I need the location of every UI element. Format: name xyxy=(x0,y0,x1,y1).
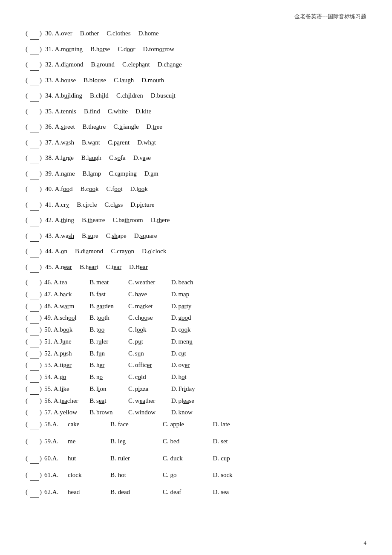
opt-d-label: D. xyxy=(171,348,178,359)
blank xyxy=(30,436,39,447)
blank xyxy=(30,199,39,211)
opt-b: seat xyxy=(96,396,128,406)
opt-d: cook xyxy=(178,324,190,335)
opt-c-label: C. xyxy=(128,301,134,312)
opt-d: menu xyxy=(178,336,192,347)
q-num: 58.A. xyxy=(44,419,68,430)
opt-c: weather xyxy=(135,277,171,288)
paren-close: ) xyxy=(40,90,42,101)
opt-b-label: B. xyxy=(89,277,95,288)
option: C.crayon xyxy=(111,246,134,257)
option: B.around xyxy=(91,59,115,70)
opt-d-label: D. xyxy=(171,312,178,323)
blank xyxy=(30,44,39,55)
q-num: 51. A. xyxy=(44,336,60,347)
opt-a: hut xyxy=(68,453,110,464)
opt-d-label: D. xyxy=(171,289,178,300)
paren: ( xyxy=(26,396,28,406)
q-num: 61.A. xyxy=(44,470,68,480)
option: B.circle xyxy=(77,199,97,211)
option: A.diamond xyxy=(55,59,84,70)
paren-close: ) xyxy=(40,246,42,257)
question-line: ( )36. A.streetB.theatreC.triangleD.tree xyxy=(26,121,366,133)
paren: ( xyxy=(26,470,28,480)
opt-b-label: B. xyxy=(89,301,95,312)
opt-c-label: C. xyxy=(128,372,134,382)
option: D.tree xyxy=(147,121,162,133)
paren: ( xyxy=(26,75,28,86)
opt-a: school xyxy=(60,312,89,323)
blank xyxy=(30,419,39,430)
opt-d: hot xyxy=(178,372,186,382)
q-num: 46. A. xyxy=(44,277,60,288)
opt-b: dead xyxy=(118,487,163,497)
opt-b-label: B. xyxy=(110,436,116,447)
paren: ( xyxy=(26,168,28,179)
opt-b-label: B. xyxy=(89,360,95,370)
question-line: ( )58.A.cakeB.faceC.appleD.late xyxy=(26,419,366,430)
question-line: ( )57. A.yellowB.brownC.windowD.know xyxy=(26,407,366,418)
question-line: ( )51. A.JuneB.rulerC.putD.menu xyxy=(26,336,366,347)
opt-a: June xyxy=(60,336,89,347)
option: C.bathroom xyxy=(113,215,143,226)
question-line: ( )47. A.backB.fastC.haveD.map xyxy=(26,289,366,300)
paren: ( xyxy=(26,184,28,195)
opt-a: yellow xyxy=(60,407,89,418)
opt-a: me xyxy=(68,436,110,447)
paren: ( xyxy=(26,419,28,430)
option: C.shape xyxy=(106,231,127,242)
q-num: 40. xyxy=(45,184,53,195)
opt-b: face xyxy=(118,419,163,430)
opt-b-label: B. xyxy=(89,324,95,335)
paren: ( xyxy=(26,407,28,418)
opt-d-label: D. xyxy=(213,419,219,430)
paren-close: ) xyxy=(40,360,42,370)
opt-d-label: D. xyxy=(171,384,178,394)
paren-close: ) xyxy=(40,453,42,464)
opt-d-label: D. xyxy=(171,396,178,406)
opt-b: fast xyxy=(96,289,128,300)
paren: ( xyxy=(26,215,28,226)
opt-a: warm xyxy=(60,301,89,312)
paren-close: ) xyxy=(40,44,42,55)
option: A.morning xyxy=(55,44,83,55)
option: A.on xyxy=(55,246,68,257)
paren-close: ) xyxy=(40,215,42,226)
q-num: 52. A. xyxy=(44,348,60,359)
blank xyxy=(30,246,39,257)
opt-d: cut xyxy=(178,348,186,359)
opt-b-label: B. xyxy=(89,396,95,406)
paren-close: ) xyxy=(40,487,42,497)
q-num: 36. xyxy=(45,121,53,133)
paren-close: ) xyxy=(40,289,42,300)
question-line: ( )34. A.buildingB.childC.childrenD.busc… xyxy=(26,90,366,102)
q-num: 42. xyxy=(45,215,53,226)
paren: ( xyxy=(26,324,28,335)
opt-d: map xyxy=(178,289,189,300)
option: A.over xyxy=(55,28,72,39)
paren: ( xyxy=(26,121,28,133)
paren-close: ) xyxy=(40,348,42,359)
header-title: 金老爸英语---国际音标练习题 xyxy=(294,13,366,20)
paren: ( xyxy=(26,312,28,323)
question-line: ( )55. A.likeB.lionC.pizzaD.Friday xyxy=(26,384,366,395)
q-num: 31. xyxy=(45,44,53,55)
option: D.picture xyxy=(130,199,154,211)
opt-b: garden xyxy=(96,301,128,312)
opt-d: good xyxy=(178,312,191,323)
opt-d: sock xyxy=(221,470,233,480)
question-line: ( )44. A.onB.diamondC.crayonD.o'clock xyxy=(26,246,366,257)
opt-a: go xyxy=(60,372,89,382)
question-line: ( )48. A.warmB.gardenC.marketD.party xyxy=(26,301,366,312)
option: B.want xyxy=(82,137,100,148)
opt-b: ruler xyxy=(96,336,128,347)
blank xyxy=(30,336,39,347)
opt-b: ruler xyxy=(118,453,163,464)
opt-c-label: C. xyxy=(128,277,134,288)
opt-b-label: B. xyxy=(89,384,95,394)
q-num: 32. xyxy=(45,59,53,70)
opt-b: no xyxy=(96,372,128,382)
paren-close: ) xyxy=(40,324,42,335)
opt-d-label: D. xyxy=(213,470,219,480)
paren: ( xyxy=(26,384,28,394)
